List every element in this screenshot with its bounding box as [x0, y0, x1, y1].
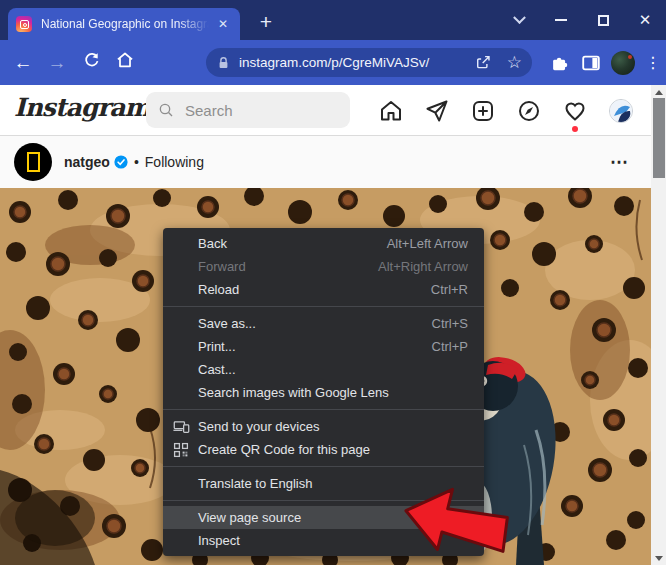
notification-dot — [572, 126, 578, 132]
menu-item-create-qr[interactable]: Create QR Code for this page — [163, 438, 484, 461]
arrow-down-icon — [655, 556, 663, 561]
qr-code-icon — [173, 442, 189, 458]
red-arrow-annotation — [398, 487, 510, 565]
tab-search-button[interactable] — [498, 0, 540, 40]
extensions-puzzle-icon[interactable] — [549, 52, 571, 74]
username-link[interactable]: natgeo — [64, 154, 110, 170]
menu-item-print[interactable]: Print... Ctrl+P — [163, 335, 484, 358]
arrow-up-icon — [655, 90, 663, 95]
instagram-wordmark[interactable]: Instagram — [14, 93, 150, 122]
tab-close-icon[interactable]: ✕ — [214, 15, 232, 33]
separator-dot: • — [134, 154, 139, 170]
maximize-icon — [598, 15, 609, 26]
menu-item-reload[interactable]: Reload Ctrl+R — [163, 278, 484, 301]
user-avatar-icon — [610, 100, 633, 123]
forward-button[interactable]: → — [40, 52, 74, 74]
post-options-button[interactable]: ⋯ — [610, 151, 629, 173]
menu-item-send-to-devices[interactable]: Send to your devices — [163, 415, 484, 438]
bookmark-star-icon[interactable]: ☆ — [507, 52, 522, 73]
natgeo-avatar[interactable] — [14, 143, 52, 181]
home-feed-icon[interactable] — [379, 99, 403, 123]
menu-item-google-lens[interactable]: Search images with Google Lens — [163, 381, 484, 404]
chevron-down-icon — [513, 11, 526, 24]
search-icon — [158, 102, 174, 118]
toolbar-right: ⋮ — [549, 40, 662, 85]
back-button[interactable]: ← — [6, 52, 40, 74]
scrollbar-thumb[interactable] — [653, 98, 665, 178]
profile-avatar[interactable] — [611, 51, 635, 75]
instagram-favicon-icon — [16, 16, 32, 32]
reload-icon — [82, 51, 101, 70]
reload-button[interactable] — [74, 51, 108, 75]
share-icon[interactable] — [474, 53, 493, 72]
menu-separator — [163, 409, 484, 410]
address-bar[interactable]: instagram.com/p/CgreMiVAJSv/ ☆ — [206, 48, 532, 77]
user-avatar[interactable] — [609, 99, 633, 123]
close-window-button[interactable]: ✕ — [624, 0, 666, 40]
browser-window: National Geographic on Instagra ✕ + ✕ ← … — [0, 0, 666, 565]
tab-strip: National Geographic on Instagra ✕ + ✕ — [0, 0, 666, 40]
minimize-icon — [555, 19, 567, 21]
maximize-button[interactable] — [582, 0, 624, 40]
new-post-icon[interactable] — [471, 99, 495, 123]
new-tab-button[interactable]: + — [252, 9, 280, 37]
minimize-button[interactable] — [540, 0, 582, 40]
url-text: instagram.com/p/CgreMiVAJSv/ — [239, 55, 429, 70]
search-input[interactable] — [185, 102, 335, 119]
search-box[interactable] — [146, 92, 350, 128]
heart-icon — [563, 99, 587, 123]
home-button[interactable] — [108, 50, 142, 75]
menu-item-forward[interactable]: Forward Alt+Right Arrow — [163, 255, 484, 278]
browser-menu-button[interactable]: ⋮ — [644, 53, 662, 72]
notifications-heart[interactable] — [563, 99, 587, 123]
menu-item-cast[interactable]: Cast... — [163, 358, 484, 381]
side-panel-icon[interactable] — [580, 52, 602, 74]
post-header: natgeo • Following ⋯ — [0, 136, 651, 188]
browser-tab[interactable]: National Geographic on Instagra ✕ — [8, 8, 240, 40]
following-button[interactable]: Following — [145, 154, 204, 170]
messenger-icon[interactable] — [425, 99, 449, 123]
instagram-header: Instagram — [0, 85, 651, 136]
natgeo-logo-icon — [27, 152, 40, 172]
tab-title: National Geographic on Instagra — [41, 17, 209, 31]
close-icon: ✕ — [639, 11, 652, 29]
menu-item-back[interactable]: Back Alt+Left Arrow — [163, 232, 484, 255]
menu-separator — [163, 466, 484, 467]
menu-item-save-as[interactable]: Save as... Ctrl+S — [163, 312, 484, 335]
explore-compass-icon[interactable] — [517, 99, 541, 123]
verified-badge-icon — [114, 155, 128, 169]
lock-icon — [216, 55, 231, 71]
instagram-nav — [379, 85, 633, 136]
menu-separator — [163, 306, 484, 307]
devices-icon — [173, 418, 190, 435]
scroll-up-button[interactable] — [651, 85, 666, 99]
window-controls: ✕ — [498, 0, 666, 40]
scroll-down-button[interactable] — [651, 551, 666, 565]
home-icon — [115, 50, 135, 70]
scrollbar[interactable] — [651, 85, 666, 565]
